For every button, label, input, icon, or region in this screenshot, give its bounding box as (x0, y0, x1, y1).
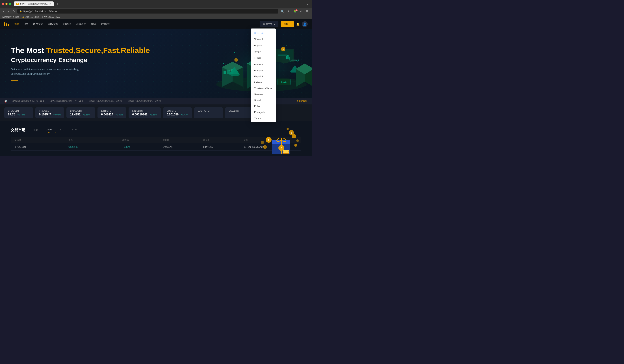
price-change: +0.74% (18, 114, 25, 116)
price-card-ltc-usdt[interactable]: LTC/USDT 67.75 +0.74% (4, 107, 33, 118)
bookmark-3[interactable]: ✈ TG: @tianmeibbs (42, 16, 60, 18)
market-tab-usdt[interactable]: USDT (42, 127, 56, 133)
hero-title-prefix: The Most (11, 46, 46, 55)
nav-link-seconds[interactable]: 秒合约 (63, 23, 71, 26)
market-tab-favorites[interactable]: 自选 (30, 127, 42, 133)
row-change: +0.46% (122, 146, 163, 148)
lang-option-spanish[interactable]: Español (251, 73, 276, 79)
ticker-item-2-label: BitWell Web端更新升级公告 (50, 99, 77, 103)
lang-option-korean[interactable]: 한국어 (251, 49, 276, 55)
bookmark-1[interactable]: 程序搭建/开发/修复 (2, 16, 19, 18)
browser-toolbar: ‹ › ↻ 🔒 https://jys116-pc.timibbs.cc/#/h… (0, 8, 312, 15)
market-section: 交易市场 自选 USDT BTC ETH 交易对 价格 涨跌幅 最高价 最低价 … (0, 121, 312, 156)
settings-icon[interactable]: ⚙ (299, 9, 304, 14)
price-card-link-usdt[interactable]: LINK/USDT 12.4352 +1.68% (66, 107, 95, 118)
address-bar[interactable]: 🔒 https://jys116-pc.timibbs.cc/#/home (17, 9, 278, 14)
minimize-traffic-light[interactable] (5, 3, 8, 5)
refresh-button[interactable]: ↻ (11, 9, 16, 14)
language-label: 简体中文 (263, 23, 272, 26)
price-card-eth-btc[interactable]: ETH/BTC 0.043424 +0.59% (98, 107, 126, 118)
lang-option-swedish[interactable]: Svenska (251, 91, 276, 97)
price-value: 67.75 (8, 113, 15, 116)
svg-text:₿: ₿ (268, 139, 269, 141)
table-row[interactable]: BTC/USDT 64262.89 +0.46% 64969.41 63441.… (11, 144, 301, 151)
lang-option-polish[interactable]: Polski (251, 103, 276, 109)
collapse-icon[interactable]: ⌄ (305, 2, 310, 6)
nav-link-otc[interactable]: otc (25, 23, 28, 26)
svg-text:₿: ₿ (291, 132, 292, 134)
extensions-icon[interactable]: 🧩2 (292, 9, 298, 14)
lang-option-italian[interactable]: Italiano (251, 79, 276, 85)
nav-link-perpetual[interactable]: 永续合约 (76, 23, 86, 26)
price-card-link-btc[interactable]: LINK/BTC 0.00019342 +1.68% (129, 107, 161, 118)
lang-dropdown-arrow: ▼ (274, 23, 275, 25)
svg-point-82 (283, 150, 289, 152)
price-pair-label: TRX/USDT (39, 109, 61, 112)
site-nav: 首页 otc 币币交易 期权交易 秒合约 永续合约 学院 联系我们 简体中文 ▼… (0, 19, 312, 29)
svg-text:₿: ₿ (281, 147, 282, 149)
traffic-lights (2, 3, 11, 5)
row-price: 64262.89 (68, 146, 122, 148)
price-value-row: 67.75 +0.74% (8, 113, 30, 116)
user-avatar[interactable]: 👤 (302, 21, 308, 27)
lang-option-turkish[interactable]: Turkey (251, 115, 276, 121)
lang-option-finnish[interactable]: Suomi (251, 97, 276, 103)
bookmarks-bar: 程序搭建/开发/修复 🔒 认准->天美社区 ✈ TG: @tianmeibbs (0, 15, 312, 19)
search-toolbar-icon[interactable]: 🔍 (280, 9, 286, 14)
price-card-dash-btc[interactable]: DASH/BTC (194, 107, 223, 118)
price-card-ltc-btc[interactable]: LTC/BTC 0.001056 +0.47% (163, 107, 192, 118)
close-traffic-light[interactable] (2, 3, 4, 5)
price-pair-label: ETH/BTC (101, 109, 123, 112)
nav-link-spot[interactable]: 币币交易 (33, 23, 43, 26)
lang-option-french[interactable]: Français (251, 68, 276, 73)
price-pair-label: BSV/BTC (229, 109, 250, 112)
wallet-button[interactable]: 钱包 ▼ (281, 21, 294, 27)
market-tab-eth[interactable]: ETH (68, 127, 80, 133)
share-icon[interactable]: ⬆ (286, 9, 291, 14)
market-table-header: 交易对 价格 涨跌幅 最高价 最低价 交量 (11, 137, 301, 144)
wallet-dropdown-arrow: ▼ (289, 23, 291, 25)
bookmark-2[interactable]: 🔒 认准->天美社区 (22, 16, 39, 18)
logo-bar-2 (6, 24, 7, 26)
maximize-traffic-light[interactable] (9, 3, 11, 5)
ticker-item-3-date: 10-30 (116, 99, 122, 103)
hero-accent-line (11, 80, 18, 81)
price-pair-label: LTC/BTC (167, 109, 188, 112)
nav-logo (4, 22, 9, 26)
menu-icon[interactable]: ☰ (305, 9, 310, 14)
svg-point-57 (286, 45, 287, 46)
bookmark-3-label: TG: @tianmeibbs (44, 16, 60, 18)
language-dropdown: 简体中文 繁体中文 English 한국어 日本語 Deutsch França… (251, 28, 276, 122)
forward-button[interactable]: › (7, 9, 10, 14)
nav-link-home[interactable]: 首页 (14, 23, 20, 26)
lang-option-english[interactable]: English (251, 43, 276, 49)
market-tab-btc[interactable]: BTC (56, 127, 68, 133)
ticker-more-link[interactable]: 查看更多>> (296, 99, 308, 103)
wallet-label: 钱包 (284, 23, 288, 26)
lang-option-traditional-chinese[interactable]: 繁体中文 (251, 36, 276, 43)
lang-option-german[interactable]: Deutsch (251, 62, 276, 68)
browser-tab[interactable]: B BitWell - 天美社区源码网timib... ✕ (14, 1, 54, 6)
ticker-item-4-date: 10-30 (155, 99, 161, 103)
price-pair-label: LINK/BTC (132, 109, 157, 112)
ticker-item-1-label: BitWell移动端升级优化公告 (12, 99, 38, 103)
price-change: +0.05% (53, 114, 61, 116)
nav-link-options[interactable]: 期权交易 (48, 23, 58, 26)
lang-option-simplified-chinese[interactable]: 简体中文 (251, 30, 276, 36)
lang-option-japanese[interactable]: 日本語 (251, 55, 276, 62)
tab-close-button[interactable]: ✕ (49, 3, 51, 5)
nav-link-contact[interactable]: 联系我们 (101, 23, 111, 26)
nav-link-academy[interactable]: 学院 (91, 23, 96, 26)
language-button[interactable]: 简体中文 ▼ (260, 21, 278, 27)
back-button[interactable]: ‹ (2, 9, 5, 14)
price-pair-label: DASH/BTC (198, 109, 219, 112)
price-pair-label: LINK/USDT (70, 109, 92, 112)
lang-option-ukrainian[interactable]: УкраїнськаName (251, 85, 276, 91)
price-value: 0.00019342 (132, 113, 148, 116)
notification-bell-icon[interactable]: 🔔 (296, 22, 300, 26)
lang-option-portuguese[interactable]: Português (251, 109, 276, 115)
price-card-trx-usdt[interactable]: TRX/USDT 0.159547 +0.05% (35, 107, 64, 118)
price-card-bsv-btc[interactable]: BSV/BTC (225, 107, 254, 118)
price-value-row: 0.043424 +0.59% (101, 113, 123, 116)
new-tab-button[interactable]: + (55, 2, 60, 6)
